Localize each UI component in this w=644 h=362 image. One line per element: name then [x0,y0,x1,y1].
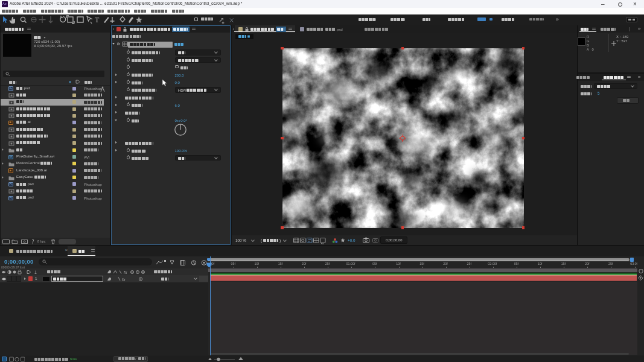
svg-text:T: T [95,16,100,24]
svg-text:fx: fx [124,270,127,275]
svg-text:fx: fx [122,278,126,282]
